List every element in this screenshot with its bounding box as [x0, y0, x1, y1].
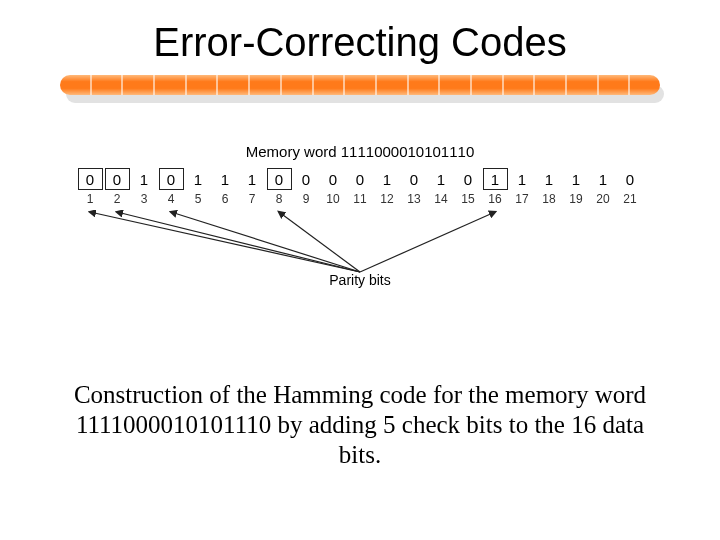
bit-value: 1 [375, 168, 400, 190]
bit-value: 1 [240, 168, 265, 190]
memory-word-label: Memory word 1111000010101110 [65, 143, 655, 160]
bit-index: 14 [428, 192, 455, 206]
data-bit: 117 [509, 168, 536, 206]
bit-value: 1 [510, 168, 535, 190]
bit-value: 1 [429, 168, 454, 190]
bit-index: 11 [347, 192, 374, 206]
bit-index: 4 [158, 192, 185, 206]
bit-value: 0 [267, 168, 292, 190]
svg-line-3 [171, 212, 360, 272]
bit-value: 1 [132, 168, 157, 190]
data-bit: 010 [320, 168, 347, 206]
bit-index: 18 [536, 192, 563, 206]
data-bit: 13 [131, 168, 158, 206]
bit-value: 0 [348, 168, 373, 190]
data-bit: 119 [563, 168, 590, 206]
parity-bit: 02 [104, 168, 131, 206]
bit-index: 9 [293, 192, 320, 206]
bit-index: 5 [185, 192, 212, 206]
bit-value: 1 [564, 168, 589, 190]
data-bit: 09 [293, 168, 320, 206]
bit-value: 0 [321, 168, 346, 190]
bit-value: 0 [618, 168, 643, 190]
bit-index: 7 [239, 192, 266, 206]
data-bit: 15 [185, 168, 212, 206]
parity-bit: 01 [77, 168, 104, 206]
data-bit: 118 [536, 168, 563, 206]
bit-index: 15 [455, 192, 482, 206]
bit-value: 1 [186, 168, 211, 190]
bit-index: 16 [482, 192, 509, 206]
slide: Error-Correcting Codes Memory word 11110… [0, 0, 720, 540]
parity-bits-label: Parity bits [65, 272, 655, 288]
bit-index: 3 [131, 192, 158, 206]
bit-index: 1 [77, 192, 104, 206]
bit-value: 1 [483, 168, 508, 190]
bit-value: 0 [402, 168, 427, 190]
data-bit: 120 [590, 168, 617, 206]
slide-title: Error-Correcting Codes [60, 20, 660, 65]
data-bit: 011 [347, 168, 374, 206]
bit-index: 10 [320, 192, 347, 206]
data-bit: 17 [239, 168, 266, 206]
figure-caption: Construction of the Hamming code for the… [60, 380, 660, 470]
bit-index: 13 [401, 192, 428, 206]
bit-value: 0 [105, 168, 130, 190]
bit-value: 1 [537, 168, 562, 190]
data-bit: 16 [212, 168, 239, 206]
bit-index: 17 [509, 192, 536, 206]
parity-bit: 04 [158, 168, 185, 206]
bit-value: 0 [294, 168, 319, 190]
parity-bit: 08 [266, 168, 293, 206]
bit-index: 8 [266, 192, 293, 206]
data-bit: 021 [617, 168, 644, 206]
bit-index: 19 [563, 192, 590, 206]
bit-index: 12 [374, 192, 401, 206]
parity-bit: 116 [482, 168, 509, 206]
bit-value: 0 [159, 168, 184, 190]
data-bit: 013 [401, 168, 428, 206]
bit-index: 21 [617, 192, 644, 206]
bit-value: 0 [456, 168, 481, 190]
parity-arrows: Parity bits [65, 210, 655, 290]
data-bit: 015 [455, 168, 482, 206]
bit-index: 20 [590, 192, 617, 206]
data-bit: 112 [374, 168, 401, 206]
bit-index: 6 [212, 192, 239, 206]
bit-value: 1 [591, 168, 616, 190]
hamming-figure: Memory word 1111000010101110 01021304151… [65, 143, 655, 290]
bit-value: 1 [213, 168, 238, 190]
bit-row: 0102130415161708090100111120131140151161… [65, 168, 655, 206]
bit-value: 0 [78, 168, 103, 190]
data-bit: 114 [428, 168, 455, 206]
svg-line-2 [117, 212, 360, 272]
rule-bar [60, 75, 660, 95]
title-rule [60, 75, 660, 103]
bit-index: 2 [104, 192, 131, 206]
svg-line-5 [360, 212, 495, 272]
